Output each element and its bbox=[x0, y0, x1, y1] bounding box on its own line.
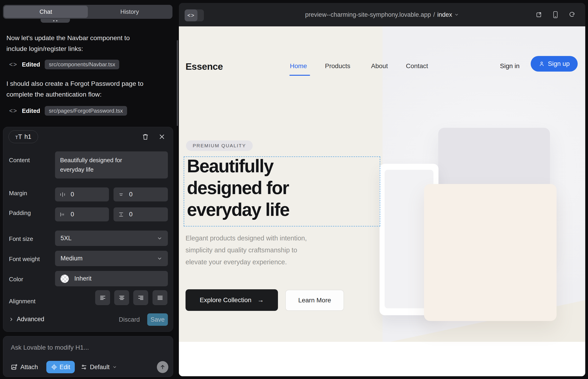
file-chip[interactable]: src/components/Navbar.tsx bbox=[45, 60, 119, 69]
hero-paragraph-line: simplicity and quality craftsmanship to bbox=[186, 246, 297, 254]
user-icon bbox=[539, 61, 545, 67]
margin-x-input[interactable]: 0 bbox=[55, 188, 109, 201]
file-chip[interactable]: src/pages/ForgotPassword.tsx bbox=[45, 106, 127, 116]
chat-history-tabbar: Chat History bbox=[3, 5, 172, 19]
font-weight-select[interactable]: Medium bbox=[55, 251, 168, 266]
edited-label: Edited bbox=[22, 107, 40, 114]
sign-up-button[interactable]: Sign up bbox=[531, 56, 578, 72]
color-select[interactable]: Inherit bbox=[55, 271, 168, 286]
edit-label: Edit bbox=[60, 364, 70, 371]
attach-image-icon bbox=[11, 364, 18, 371]
hero-paragraph-line: Elegant products designed with intention… bbox=[186, 235, 307, 242]
align-right-button[interactable] bbox=[133, 290, 148, 305]
chevron-right-icon bbox=[9, 317, 14, 322]
padding-y-input[interactable]: 0 bbox=[113, 207, 168, 221]
chat-composer[interactable]: Ask Lovable to modify H1... Attach Edit … bbox=[3, 336, 173, 377]
hero-paragraph-line: elevate your everyday experience. bbox=[186, 258, 287, 266]
lovable-app: Chat History Now let's update the Navbar… bbox=[0, 0, 588, 379]
learn-more-label: Learn More bbox=[298, 297, 331, 304]
font-weight-label: Font weight bbox=[9, 255, 40, 263]
url-bar[interactable]: preview--charming-site-symphony.lovable.… bbox=[179, 3, 585, 26]
learn-more-button[interactable]: Learn More bbox=[285, 290, 344, 311]
send-button[interactable] bbox=[157, 361, 168, 373]
attach-label: Attach bbox=[20, 364, 38, 371]
chat-message-line: complete the authentication flow: bbox=[6, 91, 102, 98]
code-icon: <> bbox=[9, 107, 17, 114]
chevron-down-icon bbox=[157, 236, 162, 241]
mobile-view-button[interactable] bbox=[551, 10, 560, 19]
nav-link-about[interactable]: About bbox=[371, 63, 388, 70]
alignment-label: Alignment bbox=[9, 298, 35, 305]
nav-link-home[interactable]: Home bbox=[290, 63, 307, 70]
sign-in-link[interactable]: Sign in bbox=[500, 63, 520, 70]
nav-link-contact[interactable]: Contact bbox=[406, 63, 428, 70]
refresh-icon bbox=[569, 12, 575, 18]
mobile-phone-icon bbox=[553, 11, 558, 18]
composer-toolbar: Attach Edit Default bbox=[11, 361, 168, 374]
chat-message: Now let's update the Navbar component to… bbox=[6, 32, 153, 54]
discard-button[interactable]: Discard bbox=[119, 316, 140, 323]
send-up-arrow-icon bbox=[160, 364, 166, 370]
mode-label: Default bbox=[90, 364, 110, 371]
chevron-down-icon bbox=[454, 12, 459, 17]
padding-y-value: 0 bbox=[129, 211, 133, 218]
align-justify-icon bbox=[157, 294, 164, 301]
open-external-button[interactable] bbox=[534, 10, 543, 19]
align-left-button[interactable] bbox=[95, 290, 110, 305]
nav-link-products[interactable]: Products bbox=[325, 63, 350, 70]
active-nav-underline bbox=[289, 75, 310, 76]
padding-horizontal-icon bbox=[60, 211, 66, 218]
font-size-value: 5XL bbox=[61, 235, 72, 242]
padding-vertical-icon bbox=[118, 211, 124, 218]
color-value: Inherit bbox=[74, 275, 92, 282]
margin-vertical-icon bbox=[118, 191, 124, 198]
attach-button[interactable]: Attach bbox=[11, 364, 38, 371]
chevron-down-icon bbox=[157, 256, 162, 261]
content-label: Content bbox=[9, 157, 30, 164]
advanced-toggle[interactable]: Advanced bbox=[9, 316, 44, 323]
edit-mode-button[interactable]: Edit bbox=[46, 361, 75, 373]
site-logo[interactable]: Essence bbox=[186, 61, 223, 72]
margin-x-value: 0 bbox=[71, 191, 74, 198]
margin-label: Margin bbox=[9, 190, 27, 197]
padding-x-input[interactable]: 0 bbox=[55, 207, 109, 221]
decorative-card-cream bbox=[424, 184, 557, 321]
chat-message-line: include login/register links: bbox=[6, 45, 83, 52]
close-icon bbox=[159, 134, 165, 140]
url-separator: / bbox=[433, 11, 435, 18]
mode-select[interactable]: Default bbox=[81, 364, 117, 371]
trash-icon bbox=[142, 133, 149, 141]
composer-input[interactable]: Ask Lovable to modify H1... bbox=[11, 344, 89, 351]
edited-file-row: <> Edited src/components/Navbar.tsx bbox=[9, 60, 119, 69]
explore-collection-button[interactable]: Explore Collection → bbox=[186, 289, 278, 311]
align-left-icon bbox=[99, 294, 106, 301]
element-editor-panel: TT h1 Content Beautifully designed for e… bbox=[3, 127, 173, 332]
tab-history[interactable]: History bbox=[88, 6, 172, 18]
url-domain: preview--charming-site-symphony.lovable.… bbox=[305, 11, 431, 18]
chat-message-line: Now let's update the Navbar component to bbox=[6, 34, 130, 42]
delete-element-button[interactable] bbox=[141, 132, 150, 141]
font-size-select[interactable]: 5XL bbox=[55, 231, 168, 246]
margin-y-input[interactable]: 0 bbox=[113, 188, 168, 201]
right-arrow-icon: → bbox=[257, 296, 264, 304]
transparency-swatch-icon bbox=[61, 275, 69, 283]
preview-browser: <> preview--charming-site-symphony.lovab… bbox=[179, 3, 585, 376]
tab-chat[interactable]: Chat bbox=[4, 6, 88, 18]
close-editor-button[interactable] bbox=[157, 132, 167, 141]
color-label: Color bbox=[9, 276, 23, 283]
refresh-button[interactable] bbox=[567, 10, 576, 19]
align-justify-button[interactable] bbox=[153, 290, 167, 305]
align-right-icon bbox=[137, 294, 144, 301]
advanced-label: Advanced bbox=[17, 316, 44, 323]
chat-message: I should also create a Forgot Password p… bbox=[6, 78, 153, 100]
padding-x-value: 0 bbox=[71, 211, 74, 218]
element-tag-label: h1 bbox=[24, 133, 31, 141]
typography-icon: TT bbox=[15, 133, 22, 141]
element-selection-outline bbox=[184, 157, 380, 226]
url-path: index bbox=[437, 11, 452, 18]
content-input[interactable]: Beautifully designed for everyday life bbox=[55, 151, 168, 178]
align-center-button[interactable] bbox=[114, 290, 129, 305]
chat-scrollbar[interactable] bbox=[177, 40, 178, 126]
save-button[interactable]: Save bbox=[147, 313, 168, 326]
target-icon bbox=[51, 364, 57, 370]
